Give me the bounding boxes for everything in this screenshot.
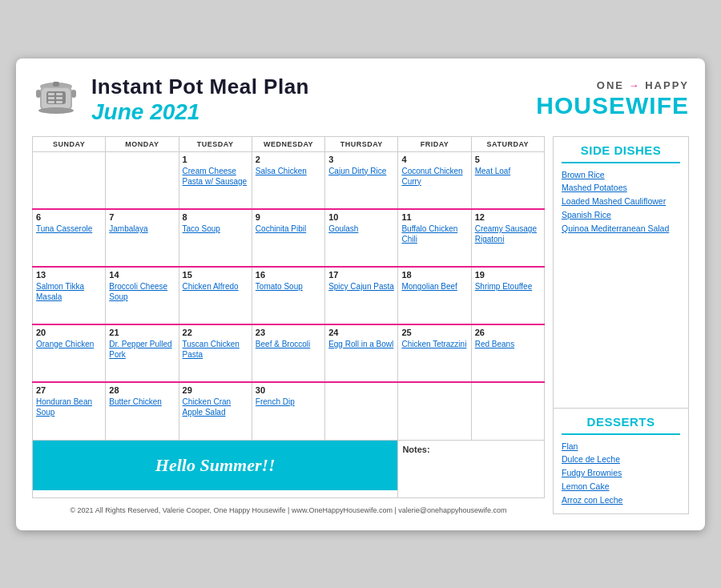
day-number: 18 [401,270,467,280]
day-number: 15 [183,270,248,280]
meal-link[interactable]: Salmon Tikka Masala [36,282,84,301]
meal-link[interactable]: Broccoli Cheese Soup [109,282,167,301]
day-number: 4 [401,155,467,164]
col-saturday: SATURDAY [471,136,544,151]
title-block: Instant Pot Meal Plan June 2021 [91,75,309,125]
side-dish-link[interactable]: Brown Rice [562,168,680,182]
table-row: 24Egg Roll in a Bowl [325,324,398,382]
table-row [33,151,106,209]
table-row: 17Spicy Cajun Pasta [325,267,398,324]
meal-link[interactable]: Coconut Chicken Curry [401,167,462,186]
meal-link[interactable]: Dr. Pepper Pulled Pork [109,340,171,359]
meal-link[interactable]: Chicken Alfredo [183,282,239,291]
meal-link[interactable]: Orange Chicken [36,340,94,348]
desserts-title: DESSERTS [562,415,680,429]
day-number: 16 [256,270,321,280]
side-dish-link[interactable]: Quinoa Mediterranean Salad [562,222,680,236]
side-dish-link[interactable]: Loaded Mashed Cauliflower [562,195,680,208]
main-layout: SUNDAY MONDAY TUESDAY WEDNESDAY THURSDAY… [32,136,689,514]
day-number: 25 [401,328,467,337]
page: Instant Pot Meal Plan June 2021 ONE → HA… [16,58,705,530]
table-row: 1Cream Cheese Pasta w/ Sausage [179,151,252,209]
table-row: 2Salsa Chicken [252,151,324,209]
calendar-week-row: 1Cream Cheese Pasta w/ Sausage2Salsa Chi… [33,151,545,209]
day-number: 20 [36,328,102,337]
meal-link[interactable]: Egg Roll in a Bowl [328,340,393,348]
meal-link[interactable]: Jambalaya [109,224,147,233]
svg-rect-8 [56,97,62,99]
table-row: 29Chicken Cran Apple Salad [179,382,252,440]
meal-link[interactable]: French Dip [256,397,295,406]
day-number: 6 [36,212,102,222]
banner-text: Hello Summer!! [155,455,276,475]
day-number: 8 [183,212,248,222]
day-number: 29 [183,385,248,395]
day-number: 28 [109,385,175,395]
col-monday: MONDAY [106,136,179,151]
page-month: June 2021 [91,99,309,125]
meal-link[interactable]: Cochinita Pibil [256,224,306,233]
meal-link[interactable]: Tuna Casserole [36,224,92,233]
meal-link[interactable]: Taco Soup [183,224,220,233]
side-dish-link[interactable]: Spanish Rice [562,208,680,222]
table-row: 13Salmon Tikka Masala [33,267,106,324]
svg-rect-6 [48,101,54,103]
table-row [106,151,179,209]
table-row: 18Mongolian Beef [398,267,471,324]
meal-link[interactable]: Mongolian Beef [401,282,457,291]
day-number: 24 [328,328,394,337]
table-row: 20Orange Chicken [33,324,106,382]
table-row [398,382,471,440]
dessert-link[interactable]: Lemon Cake [562,480,680,493]
table-row: 8Taco Soup [179,209,252,267]
table-row: 14Broccoli Cheese Soup [106,267,179,324]
meal-link[interactable]: Shrimp Etouffee [475,282,533,291]
meal-link[interactable]: Spicy Cajun Pasta [328,282,394,291]
day-number: 23 [256,328,321,337]
table-row: 5Meat Loaf [471,151,544,209]
meal-link[interactable]: Red Beans [475,340,514,348]
dessert-link[interactable]: Flan [562,440,680,453]
svg-rect-11 [71,90,76,98]
table-row: 23Beef & Broccoli [252,324,324,382]
side-dishes-divider [562,162,680,163]
day-number: 9 [256,212,321,222]
meal-link[interactable]: Tuscan Chicken Pasta [183,340,240,359]
banner-row: Hello Summer!!Notes: [33,440,545,497]
dessert-link[interactable]: Dulce de Leche [562,453,680,466]
svg-point-12 [38,107,74,114]
meal-link[interactable]: Cajun Dirty Rice [328,167,386,175]
meal-link[interactable]: Chicken Tetrazzini [401,340,466,348]
meal-link[interactable]: Chicken Cran Apple Salad [183,397,232,417]
table-row: 27Honduran Bean Soup [33,382,106,440]
pot-icon [32,75,80,123]
table-row: 10Goulash [325,209,398,267]
side-dish-link[interactable]: Mashed Potatoes [562,181,680,195]
table-row: 19Shrimp Etouffee [471,267,544,324]
table-row: 9Cochinita Pibil [252,209,324,267]
meal-link[interactable]: Butter Chicken [109,397,162,406]
meal-link[interactable]: Tomato Soup [256,282,303,291]
svg-rect-10 [36,90,41,98]
calendar-week-row: 27Honduran Bean Soup28Butter Chicken29Ch… [33,382,545,440]
table-row: 12Creamy Sausage Rigatoni [471,209,544,267]
header: Instant Pot Meal Plan June 2021 ONE → HA… [32,75,689,125]
meal-link[interactable]: Cream Cheese Pasta w/ Sausage [183,167,248,186]
dessert-link[interactable]: Arroz con Leche [562,493,680,507]
banner-cell: Hello Summer!! [33,440,398,497]
day-number: 7 [109,212,175,222]
meal-link[interactable]: Meat Loaf [475,167,510,175]
meal-link[interactable]: Beef & Broccoli [256,340,310,348]
meal-link[interactable]: Goulash [328,224,358,233]
table-row: 21Dr. Pepper Pulled Pork [106,324,179,382]
dessert-link[interactable]: Fudgy Brownies [562,466,680,480]
calendar: SUNDAY MONDAY TUESDAY WEDNESDAY THURSDAY… [32,136,545,514]
meal-link[interactable]: Honduran Bean Soup [36,397,92,417]
meal-link[interactable]: Salsa Chicken [256,167,307,175]
table-row: 22Tuscan Chicken Pasta [179,324,252,382]
day-number: 10 [328,212,394,222]
day-number: 27 [36,385,102,395]
meal-link[interactable]: Creamy Sausage Rigatoni [475,224,537,244]
meal-link[interactable]: Buffalo Chicken Chili [401,224,457,244]
day-number: 11 [401,212,467,222]
